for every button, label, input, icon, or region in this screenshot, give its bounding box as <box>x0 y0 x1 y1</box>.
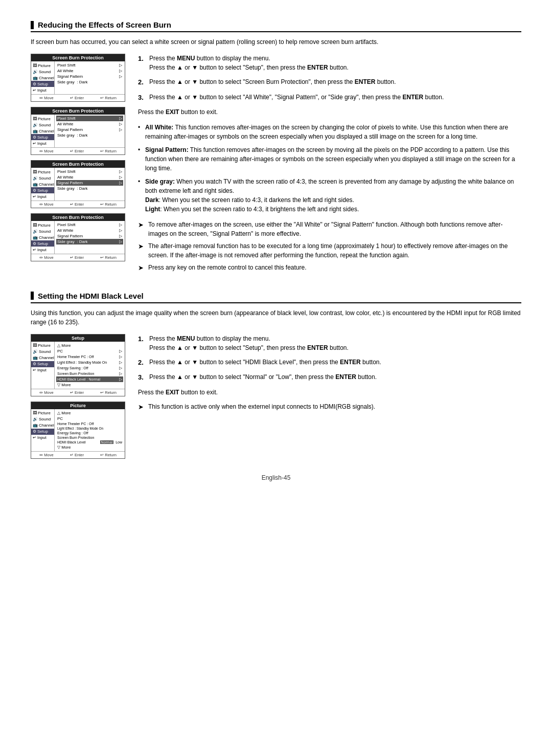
tv-body-hdmi-2: 🖼Picture 🔊Sound 📺Channel ⚙Setup ↵Input △… <box>31 409 125 451</box>
screen-burn-step-1: 1. Press the MENU button to display the … <box>138 54 521 72</box>
tv-sidebar-1: 🖼Picture 🔊Sound 📺Channel ⚙Setup ↵Input <box>31 61 55 94</box>
tip-2: ➤ The after-image removal function has t… <box>138 241 521 260</box>
tv-header-hdmi-2: Picture <box>31 402 125 409</box>
tv-sidebar-input-hdmi-2: ↵Input <box>31 435 54 441</box>
tv-item-hdmiblack-hdmi2: HDMI Black LevelNormalLow <box>56 440 123 444</box>
tv-sidebar-channel-2: 📺Channel <box>31 128 54 134</box>
tv-header-hdmi-1: Setup <box>31 335 125 342</box>
tv-main-4: Pixel Shift▷ All White▷ Signal Pattern▷ … <box>55 221 125 254</box>
hdmi-step-3: 3. Press the ▲ or ▼ button to select "No… <box>138 372 521 383</box>
hdmi-black-intro: Using this function, you can adjust the … <box>31 308 521 327</box>
tv-sidebar-sound-hdmi-1: 🔊Sound <box>31 349 54 355</box>
tv-item-pixelshift-2: Pixel Shift▷ <box>56 116 123 121</box>
tv-item-sidegray-4: Side gray : Dark▷ <box>56 239 123 244</box>
tv-screen-2: Screen Burn Protection 🖼Picture 🔊Sound 📺… <box>31 107 125 155</box>
tv-screen-4: Screen Burn Protection 🖼Picture 🔊Sound 📺… <box>31 213 125 261</box>
tv-sidebar-picture-hdmi-1: 🖼Picture <box>31 343 54 349</box>
tv-item-more-down-hdmi2: ▽ More <box>56 444 123 450</box>
tv-sidebar-2: 🖼Picture 🔊Sound 📺Channel ⚙Setup ↵Input <box>31 115 55 147</box>
tv-sidebar-picture-2: 🖼Picture <box>31 116 54 122</box>
tv-sidebar-sound-3: 🔊Sound <box>31 175 54 181</box>
tv-footer-hdmi-2: ⇔ Move↵ Enter↩ Return <box>31 451 125 458</box>
tv-sidebar-input-hdmi-1: ↵Input <box>31 367 54 373</box>
tv-item-pixelshift-1: Pixel Shift▷ <box>56 62 123 68</box>
tv-body-4: 🖼Picture 🔊Sound 📺Channel ⚙Setup ↵Input P… <box>31 221 125 254</box>
screen-burn-instructions: 1. Press the MENU button to display the … <box>138 54 521 276</box>
tv-item-allwhite-3: All White▷ <box>56 174 123 180</box>
tv-sidebar-channel-1: 📺Channel <box>31 75 54 81</box>
tv-item-screenburn-hdmi1: Screen Burn Protection▷ <box>56 371 123 376</box>
screen-burn-content: Screen Burn Protection 🖼Picture 🔊Sound 📺… <box>31 54 521 276</box>
tv-footer-hdmi-1: ⇔ Move↵ Enter↩ Return <box>31 389 125 396</box>
hdmi-tip-1: ➤ This function is active only when the … <box>138 402 521 412</box>
screen-burn-tips: ➤ To remove after-images on the screen, … <box>138 220 521 273</box>
screen-burn-section: Reducing the Effects of Screen Burn If s… <box>31 20 521 276</box>
tv-item-signal-1: Signal Pattern▷ <box>56 74 123 79</box>
tv-header-1: Screen Burn Protection <box>31 54 125 61</box>
tv-item-sidegray-2: Side gray : Dark <box>56 132 123 138</box>
screen-burn-intro: If screen burn has occurred, you can sel… <box>31 37 521 47</box>
tv-item-signal-4: Signal Pattern▷ <box>56 233 123 239</box>
tv-header-2: Screen Burn Protection <box>31 107 125 115</box>
tv-item-allwhite-2: All White▷ <box>56 121 123 127</box>
tv-sidebar-input-1: ↵Input <box>31 87 54 93</box>
tv-sidebar-picture-hdmi-2: 🖼Picture <box>31 410 54 416</box>
hdmi-black-instructions: 1. Press the MENU button to display the … <box>138 334 521 415</box>
tv-sidebar-sound-2: 🔊Sound <box>31 122 54 128</box>
tv-item-hometheater-hdmi2: Home Theater PC : Off <box>56 421 123 426</box>
screen-burn-tv-screens: Screen Burn Protection 🖼Picture 🔊Sound 📺… <box>31 54 128 261</box>
screen-burn-step-2: 2. Press the ▲ or ▼ button to select "Sc… <box>138 77 521 87</box>
tv-item-more-up-hdmi2: △ More <box>56 410 123 416</box>
hdmi-black-content: Setup 🖼Picture 🔊Sound 📺Channel ⚙Setup ↵I… <box>31 334 521 459</box>
tv-header-4: Screen Burn Protection <box>31 214 125 221</box>
page-footer: English-45 <box>31 474 521 481</box>
screen-burn-bullets: • All White: This function removes after… <box>138 123 521 214</box>
tv-sidebar-4: 🖼Picture 🔊Sound 📺Channel ⚙Setup ↵Input <box>31 221 55 254</box>
tv-screen-hdmi-2: Picture 🖼Picture 🔊Sound 📺Channel ⚙Setup … <box>31 402 125 459</box>
tv-sidebar-setup-hdmi-2: ⚙Setup <box>31 429 54 435</box>
tv-item-allwhite-4: All White▷ <box>56 228 123 233</box>
tv-sidebar-picture-1: 🖼Picture <box>31 62 54 69</box>
hdmi-tips: ➤ This function is active only when the … <box>138 402 521 412</box>
tv-item-hdmiblack-hdmi1: HDMI Black Level : Normal▷ <box>56 376 123 382</box>
tip-3: ➤ Press any key on the remote control to… <box>138 263 521 273</box>
tv-sidebar-input-2: ↵Input <box>31 140 54 146</box>
tv-body-2: 🖼Picture 🔊Sound 📺Channel ⚙Setup ↵Input P… <box>31 115 125 147</box>
tv-item-pc-hdmi1: PC▷ <box>56 348 123 354</box>
tv-main-2: Pixel Shift▷ All White▷ Signal Pattern▷ … <box>55 115 125 147</box>
tv-main-hdmi-1: △ More PC▷ Home Theater PC : Off▷ Light … <box>55 342 125 389</box>
tv-sidebar-setup-1: ⚙Setup <box>31 81 54 87</box>
tv-item-signal-2: Signal Pattern▷ <box>56 127 123 132</box>
tv-sidebar-sound-1: 🔊Sound <box>31 69 54 75</box>
hdmi-exit-note: Press the EXIT button to exit. <box>138 388 521 397</box>
tv-item-signal-3: Signal Pattern▷ <box>56 180 123 186</box>
tv-main-hdmi-2: △ More PC Home Theater PC : Off Light Ef… <box>55 409 125 451</box>
hdmi-black-section: Setting the HDMI Black Level Using this … <box>31 292 521 459</box>
bullet-signal: • Signal Pattern: This function removes … <box>138 145 521 173</box>
tip-1: ➤ To remove after-images on the screen, … <box>138 220 521 238</box>
tv-body-1: 🖼Picture 🔊Sound 📺Channel ⚙Setup ↵Input P… <box>31 61 125 94</box>
hdmi-black-title: Setting the HDMI Black Level <box>31 292 521 303</box>
hdmi-black-tv-screens: Setup 🖼Picture 🔊Sound 📺Channel ⚙Setup ↵I… <box>31 334 128 459</box>
tv-sidebar-input-4: ↵Input <box>31 247 54 253</box>
tv-main-3: Pixel Shift▷ All White▷ Signal Pattern▷ … <box>55 168 125 201</box>
tv-screen-3: Screen Burn Protection 🖼Picture 🔊Sound 📺… <box>31 160 125 208</box>
screen-burn-step-3: 3. Press the ▲ or ▼ button to select "Al… <box>138 93 521 103</box>
tv-footer-2: ⇔ Move↵ Enter↩ Return <box>31 147 125 154</box>
tv-sidebar-hdmi-2: 🖼Picture 🔊Sound 📺Channel ⚙Setup ↵Input <box>31 409 55 451</box>
tv-sidebar-input-3: ↵Input <box>31 193 54 199</box>
tv-item-sidegray-3: Side gray : Dark <box>56 186 123 191</box>
tv-screen-1: Screen Burn Protection 🖼Picture 🔊Sound 📺… <box>31 54 125 102</box>
hdmi-step-2: 2. Press the ▲ or ▼ button to select "HD… <box>138 358 521 368</box>
tv-sidebar-channel-3: 📺Channel <box>31 181 54 187</box>
tv-screen-hdmi-1: Setup 🖼Picture 🔊Sound 📺Channel ⚙Setup ↵I… <box>31 334 125 396</box>
tv-item-lighteffect-hdmi2: Light Effect : Standby Mode On <box>56 426 123 431</box>
tv-item-more-up-hdmi1: △ More <box>56 343 123 348</box>
tv-item-screenburn-hdmi2: Screen Burn Protection <box>56 435 123 440</box>
tv-item-lighteffect-hdmi1: Light Effect : Standby Mode On▷ <box>56 360 123 365</box>
tv-footer-3: ⇔ Move↵ Enter↩ Return <box>31 201 125 208</box>
tv-body-3: 🖼Picture 🔊Sound 📺Channel ⚙Setup ↵Input P… <box>31 168 125 201</box>
tv-item-pixelshift-4: Pixel Shift▷ <box>56 222 123 228</box>
tv-sidebar-picture-4: 🖼Picture <box>31 222 54 228</box>
tv-sidebar-setup-hdmi-1: ⚙Setup <box>31 361 54 367</box>
